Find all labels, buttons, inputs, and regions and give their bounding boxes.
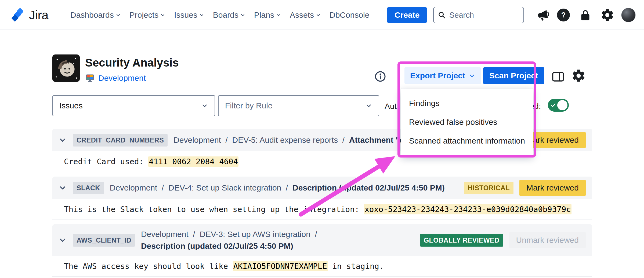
auto-reviewed-label-left: Aut (385, 102, 397, 111)
unmark-reviewed-button[interactable]: Unmark reviewed (509, 232, 586, 248)
chevron-down-icon (115, 12, 121, 18)
collapse-chevron[interactable] (58, 184, 67, 192)
menu-item-findings[interactable]: Findings (401, 94, 533, 113)
announcements-button[interactable] (536, 8, 551, 23)
globally-reviewed-badge: GLOBALLY REVIEWED (420, 234, 503, 247)
megaphone-icon (536, 8, 551, 23)
secret-highlight: AKIAIO5FODNN7EXAMPLE (233, 261, 328, 271)
project-avatar-art-icon (52, 54, 80, 82)
top-navigation: Jira Dashboards Projects Issues Boards P… (0, 0, 644, 30)
nav-item-dbconsole[interactable]: DbConsole (330, 10, 369, 20)
main-menu: Dashboards Projects Issues Boards Plans … (70, 0, 369, 30)
settings-button[interactable] (600, 8, 614, 22)
finding-breadcrumb: Development / DEV-3: Set up AWS integrat… (141, 228, 317, 252)
project-icon (85, 73, 95, 83)
chevron-down-icon (58, 136, 67, 144)
question-mark-icon: ? (561, 11, 566, 19)
project-avatar (52, 54, 80, 82)
collapse-chevron[interactable] (58, 236, 67, 244)
chevron-down-icon (201, 102, 208, 109)
nav-item-boards[interactable]: Boards (213, 10, 245, 20)
jira-logo-icon (11, 8, 25, 23)
nav-item-issues[interactable]: Issues (174, 10, 204, 20)
menu-item-scanned-attachment-information[interactable]: Scanned attachment information (401, 131, 533, 150)
chevron-down-icon (276, 12, 281, 18)
secret-highlight: xoxo-523423-234243-234233-e039d02840a0b9… (364, 204, 571, 214)
nav-item-assets[interactable]: Assets (290, 10, 321, 20)
secret-highlight: 4111 0062 2084 4604 (148, 156, 238, 167)
lock-icon (579, 9, 591, 21)
chevron-down-icon (469, 72, 475, 79)
search-box[interactable] (433, 7, 524, 23)
chevron-down-icon (365, 102, 372, 109)
export-menu: Findings Reviewed false positives Scanne… (401, 89, 533, 156)
chevron-down-icon (199, 12, 204, 18)
issues-select[interactable]: Issues (52, 95, 215, 116)
menu-item-reviewed-false-positives[interactable]: Reviewed false positives (401, 113, 533, 131)
nav-item-plans[interactable]: Plans (254, 10, 281, 20)
search-icon (438, 11, 446, 19)
check-icon (550, 102, 556, 108)
finding-content: The AWS access key should look like AKIA… (52, 256, 592, 277)
info-button[interactable] (374, 70, 386, 83)
rule-badge: SLACK (73, 182, 104, 194)
rule-badge: AWS_CLIENT_ID (73, 234, 135, 247)
toggle-knob (557, 100, 567, 110)
project-breadcrumb: Development (85, 73, 146, 83)
rule-filter-select[interactable]: Filter by Rule (218, 95, 379, 116)
help-button[interactable]: ? (557, 9, 570, 21)
chevron-down-icon (240, 12, 245, 18)
nav-item-dashboards[interactable]: Dashboards (70, 10, 121, 20)
finding-card: SLACK Development / DEV-4: Set up Slack … (52, 177, 592, 220)
finding-card: AWS_CLIENT_ID Development / DEV-3: Set u… (52, 224, 592, 277)
scan-project-button[interactable]: Scan Project (483, 67, 544, 84)
chevron-down-icon (58, 236, 67, 244)
create-button[interactable]: Create (387, 7, 427, 23)
page: Jira Dashboards Projects Issues Boards P… (0, 0, 644, 278)
user-avatar[interactable] (621, 8, 636, 22)
chevron-down-icon (316, 12, 321, 18)
chevron-down-icon (58, 184, 67, 192)
brand-wordmark: Jira (29, 8, 48, 22)
nav-item-projects[interactable]: Projects (129, 10, 165, 20)
gear-icon (571, 68, 586, 83)
detail-view-button[interactable] (551, 70, 565, 82)
page-title: Security Analysis (85, 56, 179, 69)
finding-breadcrumb: Development / DEV-5: Audit expense repor… (173, 136, 423, 145)
collapse-chevron[interactable] (58, 136, 67, 144)
security-button[interactable] (579, 9, 591, 21)
historical-badge: HISTORICAL (464, 182, 513, 194)
finding-header: SLACK Development / DEV-4: Set up Slack … (52, 177, 592, 199)
gear-icon (600, 8, 614, 22)
finding-content: This is the Slack token to use when sett… (52, 199, 592, 220)
jira-logo[interactable]: Jira (11, 0, 48, 30)
rule-badge: CREDIT_CARD_NUMBERS (73, 134, 168, 147)
mark-reviewed-button[interactable]: Mark reviewed (519, 180, 586, 196)
panel-layout-icon (551, 70, 565, 83)
page-settings-button[interactable] (571, 68, 586, 83)
info-icon (374, 70, 386, 83)
finding-header: AWS_CLIENT_ID Development / DEV-3: Set u… (52, 224, 592, 256)
export-project-button[interactable]: Export Project (404, 67, 481, 84)
chevron-down-icon (160, 12, 165, 18)
reviewed-toggle[interactable] (548, 99, 569, 112)
finding-breadcrumb: Development / DEV-4: Set up Slack integr… (110, 183, 445, 192)
project-link[interactable]: Development (98, 74, 146, 83)
search-input[interactable] (449, 11, 519, 20)
